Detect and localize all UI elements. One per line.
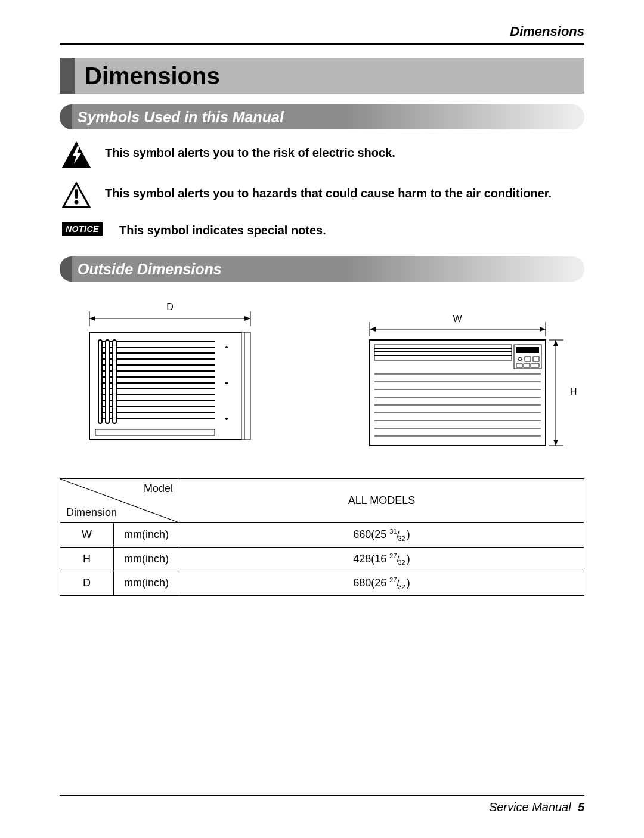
svg-point-4: [75, 200, 79, 205]
svg-rect-27: [98, 340, 102, 423]
table-col-header: ALL MODELS: [179, 479, 584, 523]
notice-badge-wrap: NOTICE: [62, 222, 105, 236]
svg-marker-42: [553, 340, 558, 346]
symbol-row-warning: This symbol alerts you to hazards that c…: [60, 182, 584, 211]
svg-marker-8: [89, 316, 95, 321]
table-row-H: H mm(inch) 428(16 27/32): [60, 547, 584, 571]
table-row-W: W mm(inch) 660(25 31/32): [60, 523, 584, 548]
footer-text: Service Manual: [489, 800, 571, 814]
inch-den-H: 32: [398, 559, 405, 566]
footer-page: 5: [578, 800, 584, 814]
label-D: D: [166, 302, 174, 312]
dim-label-D: D: [60, 571, 114, 596]
page-title-band: Dimensions: [60, 58, 584, 94]
warning-icon: [62, 182, 91, 211]
svg-rect-33: [95, 429, 215, 435]
electric-shock-icon: [62, 141, 91, 170]
dimension-diagrams: D: [60, 293, 584, 449]
svg-rect-52: [525, 357, 531, 361]
symbol-row-notice: NOTICE This symbol indicates special not…: [60, 222, 584, 239]
inch-den-D: 32: [398, 583, 405, 590]
svg-rect-11: [242, 332, 250, 440]
page-footer: Service Manual 5: [60, 795, 584, 814]
mm-W: 660: [353, 528, 371, 540]
svg-rect-53: [533, 357, 539, 361]
subsection-halfcircle-decor: [60, 256, 72, 282]
diagram-front-view: W H: [358, 293, 578, 449]
svg-point-51: [518, 357, 522, 361]
table-corner-cell: Model Dimension: [60, 479, 179, 523]
subsection-symbols-heading: Symbols Used in this Manual: [60, 104, 584, 129]
unit-label: mm(inch): [114, 547, 179, 571]
dim-label-W: W: [60, 523, 114, 548]
mm-D: 680: [353, 577, 371, 589]
svg-marker-43: [553, 440, 558, 446]
svg-point-31: [225, 382, 228, 384]
dim-value-H: 428(16 27/32): [179, 547, 584, 571]
svg-rect-29: [113, 340, 116, 423]
svg-rect-3: [75, 189, 78, 199]
subsection-outside-text: Outside Dimensions: [78, 256, 222, 282]
notice-badge: NOTICE: [62, 222, 103, 236]
inch-num-W: 31: [389, 528, 397, 535]
subsection-halfcircle-decor: [60, 104, 72, 129]
unit-label: mm(inch): [114, 523, 179, 548]
subsection-outside-heading: Outside Dimensions: [60, 256, 584, 282]
dim-value-W: 660(25 31/32): [179, 523, 584, 548]
symbol-text-warning: This symbol alerts you to hazards that c…: [105, 182, 552, 202]
inch-whole-H: 16: [374, 553, 386, 565]
mm-H: 428: [353, 553, 371, 565]
inch-whole-W: 25: [374, 528, 386, 540]
svg-rect-50: [516, 347, 539, 353]
title-block-decor: [60, 58, 75, 94]
diagram-side-view: D: [66, 293, 262, 449]
symbol-text-notice: This symbol indicates special notes.: [119, 222, 326, 239]
symbol-row-electric: This symbol alerts you to the risk of el…: [60, 141, 584, 170]
inch-num-H: 27: [389, 552, 397, 559]
dimensions-table: Model Dimension ALL MODELS W mm(inch) 66…: [60, 478, 584, 596]
running-head: Dimensions: [60, 24, 584, 45]
label-H: H: [570, 386, 577, 397]
inch-whole-D: 26: [374, 577, 386, 589]
svg-rect-55: [524, 364, 530, 367]
dim-value-D: 680(26 27/32): [179, 571, 584, 596]
table-row-D: D mm(inch) 680(26 27/32): [60, 571, 584, 596]
table-corner-dimension: Dimension: [66, 506, 117, 519]
svg-rect-28: [106, 340, 109, 423]
svg-marker-9: [244, 316, 250, 321]
table-corner-model: Model: [144, 483, 173, 495]
svg-marker-38: [540, 327, 546, 332]
svg-rect-56: [531, 364, 539, 367]
page-title: Dimensions: [85, 63, 220, 89]
svg-point-30: [225, 346, 228, 348]
label-W: W: [453, 314, 462, 324]
inch-den-W: 32: [398, 535, 405, 542]
symbol-text-electric: This symbol alerts you to the risk of el…: [105, 141, 395, 161]
subsection-symbols-text: Symbols Used in this Manual: [78, 104, 284, 129]
svg-rect-54: [516, 364, 522, 367]
inch-num-D: 27: [389, 576, 397, 583]
dim-label-H: H: [60, 547, 114, 571]
unit-label: mm(inch): [114, 571, 179, 596]
svg-marker-37: [370, 327, 376, 332]
table-header-row: Model Dimension ALL MODELS: [60, 479, 584, 523]
svg-point-32: [225, 418, 228, 420]
